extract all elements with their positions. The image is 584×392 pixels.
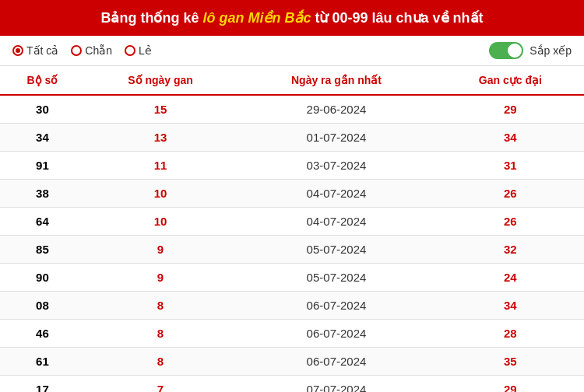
cell-ngay: 03-07-2024 (236, 152, 436, 180)
table-row: 85905-07-202432 (0, 236, 584, 264)
table-row: 17707-07-202429 (0, 376, 584, 393)
cell-gan-max: 29 (437, 95, 584, 124)
cell-gan-max: 34 (437, 124, 584, 152)
radio-circle-chan (71, 45, 82, 56)
table-row: 381004-07-202426 (0, 180, 584, 208)
radio-label-tat-ca: Tất cả (26, 44, 58, 57)
radio-circle-le (125, 45, 135, 56)
toggle-container: Sắp xếp (489, 42, 572, 59)
controls-bar: Tất cả Chẵn Lẻ Sắp xếp (0, 36, 584, 66)
radio-le[interactable]: Lẻ (125, 44, 152, 57)
cell-bo-so: 17 (0, 376, 85, 393)
col-so-ngay: Số ngày gan (85, 66, 236, 95)
table-row: 341301-07-202434 (0, 124, 584, 152)
cell-gan-max: 31 (437, 152, 584, 180)
cell-so-ngay: 13 (85, 124, 236, 152)
table-row: 301529-06-202429 (0, 95, 584, 124)
cell-bo-so: 90 (0, 264, 85, 292)
cell-bo-so: 85 (0, 236, 85, 264)
radio-chan[interactable]: Chẵn (71, 44, 112, 57)
cell-ngay: 05-07-2024 (236, 236, 436, 264)
cell-so-ngay: 15 (85, 95, 236, 124)
table-row: 08806-07-202434 (0, 292, 584, 320)
col-gan-max: Gan cực đại (437, 66, 584, 95)
table-row: 46806-07-202428 (0, 320, 584, 348)
cell-ngay: 05-07-2024 (236, 264, 436, 292)
main-table: Bộ số Số ngày gan Ngày ra gần nhất Gan c… (0, 66, 584, 392)
radio-label-chan: Chẵn (85, 44, 112, 57)
table-row: 911103-07-202431 (0, 152, 584, 180)
radio-label-le: Lẻ (139, 44, 152, 57)
cell-ngay: 01-07-2024 (236, 124, 436, 152)
cell-gan-max: 28 (437, 320, 584, 348)
cell-gan-max: 35 (437, 348, 584, 376)
cell-so-ngay: 8 (85, 320, 236, 348)
toggle-switch[interactable] (489, 42, 523, 59)
cell-gan-max: 32 (437, 236, 584, 264)
cell-so-ngay: 8 (85, 292, 236, 320)
cell-bo-so: 08 (0, 292, 85, 320)
cell-bo-so: 61 (0, 348, 85, 376)
radio-tat-ca[interactable]: Tất cả (12, 44, 58, 57)
cell-ngay: 06-07-2024 (236, 292, 436, 320)
col-bo-so: Bộ số (0, 66, 85, 95)
cell-ngay: 06-07-2024 (236, 320, 436, 348)
cell-so-ngay: 10 (85, 180, 236, 208)
cell-bo-so: 46 (0, 320, 85, 348)
radio-group: Tất cả Chẵn Lẻ (12, 44, 152, 57)
cell-gan-max: 29 (437, 376, 584, 393)
cell-ngay: 07-07-2024 (236, 376, 436, 393)
table-header-row: Bộ số Số ngày gan Ngày ra gần nhất Gan c… (0, 66, 584, 95)
cell-bo-so: 64 (0, 208, 85, 236)
cell-gan-max: 26 (437, 180, 584, 208)
header: Bảng thống kê lô gan Miền Bắc từ 00-99 l… (0, 0, 584, 36)
cell-ngay: 06-07-2024 (236, 348, 436, 376)
cell-ngay: 29-06-2024 (236, 95, 436, 124)
cell-ngay: 04-07-2024 (236, 208, 436, 236)
cell-bo-so: 30 (0, 95, 85, 124)
cell-bo-so: 34 (0, 124, 85, 152)
header-title: Bảng thống kê lô gan Miền Bắc từ 00-99 l… (100, 10, 483, 26)
col-ngay: Ngày ra gần nhất (236, 66, 436, 95)
cell-so-ngay: 11 (85, 152, 236, 180)
table-row: 61806-07-202435 (0, 348, 584, 376)
cell-ngay: 04-07-2024 (236, 180, 436, 208)
cell-bo-so: 91 (0, 152, 85, 180)
cell-so-ngay: 7 (85, 376, 236, 393)
toggle-label: Sắp xếp (529, 44, 572, 57)
cell-gan-max: 26 (437, 208, 584, 236)
radio-circle-tat-ca (12, 45, 23, 56)
cell-so-ngay: 9 (85, 236, 236, 264)
cell-so-ngay: 8 (85, 348, 236, 376)
table-row: 641004-07-202426 (0, 208, 584, 236)
cell-gan-max: 24 (437, 264, 584, 292)
cell-so-ngay: 10 (85, 208, 236, 236)
cell-so-ngay: 9 (85, 264, 236, 292)
cell-bo-so: 38 (0, 180, 85, 208)
cell-gan-max: 34 (437, 292, 584, 320)
table-row: 90905-07-202424 (0, 264, 584, 292)
